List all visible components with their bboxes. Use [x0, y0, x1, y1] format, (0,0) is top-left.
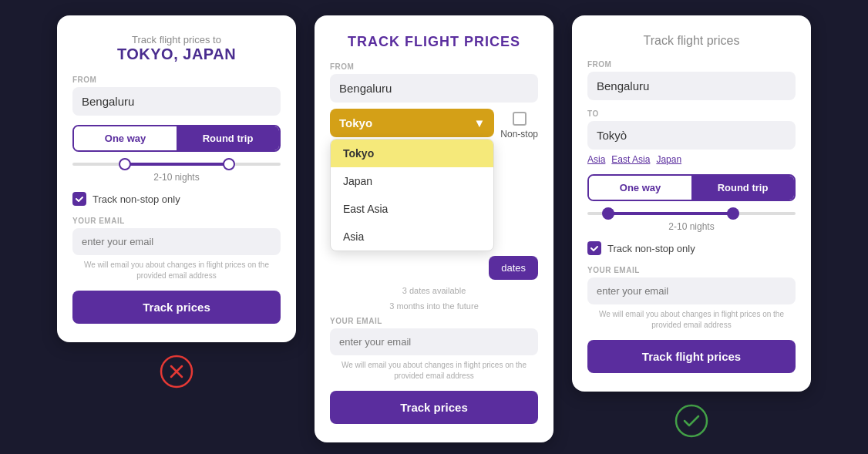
card1-slider-fill — [125, 163, 229, 166]
card3-suggestion-asia[interactable]: Asia — [587, 154, 605, 165]
card2-email-section: YOUR EMAIL We will email you about chang… — [330, 317, 538, 382]
card1-checkbox-label: Track non-stop only — [93, 193, 180, 205]
card1-from-field[interactable]: Bengaluru — [72, 87, 281, 116]
card2-available-note: 3 dates available — [330, 286, 538, 295]
card1-status-wrong — [160, 355, 193, 388]
card2-wrapper: TRACK FLIGHT PRICES FROM Bengaluru Tokyo… — [315, 15, 553, 454]
card3-slider-label: 2-10 nights — [587, 221, 796, 232]
card3-title: Track flight prices — [587, 34, 796, 48]
card1-email-label: YOUR EMAIL — [72, 217, 281, 225]
card2-from-field[interactable]: Bengaluru — [330, 74, 538, 103]
card1-title: Track flight prices to TOKYO, JAPAN — [72, 34, 281, 63]
card3-one-way-btn[interactable]: One way — [589, 176, 691, 200]
card3-round-trip-btn[interactable]: Round trip — [691, 176, 794, 200]
card3-suggestion-japan[interactable]: Japan — [656, 154, 681, 165]
card3-from-field[interactable]: Bengaluru — [587, 72, 796, 100]
main-container: Track flight prices to TOKYO, JAPAN FROM… — [42, 0, 826, 454]
card3-from-label: FROM — [587, 60, 796, 69]
card2-email-label: YOUR EMAIL — [330, 317, 538, 325]
card3-checkbox-icon[interactable] — [587, 241, 601, 255]
card2-dropdown-arrow: ▼ — [473, 116, 485, 129]
card2-header: TRACK FLIGHT PRICES — [330, 34, 538, 50]
card1-slider-track[interactable] — [72, 163, 281, 166]
card2-nonstop-section: Non-stop — [500, 109, 538, 140]
card3-email-section: YOUR EMAIL We will email you about chang… — [587, 266, 796, 331]
card1-one-way-btn[interactable]: One way — [74, 126, 177, 150]
card1-email-input[interactable] — [72, 228, 281, 255]
card3-checkbox-label: Track non-stop only — [607, 243, 695, 254]
card1-subtitle: Track flight prices to — [72, 34, 281, 45]
card2-email-input[interactable] — [330, 328, 538, 355]
card2-nonstop-label: Non-stop — [500, 129, 538, 140]
card2-dropdown-trigger[interactable]: Tokyo ▼ — [330, 109, 494, 137]
card1-from-label: FROM — [72, 76, 281, 84]
card2-months-note: 3 months into the future — [330, 301, 538, 311]
card3-wrapper: Track flight prices FROM Bengaluru TO To… — [572, 15, 811, 438]
card3-email-note: We will email you about changes in fligh… — [587, 309, 796, 331]
card3-email-input[interactable] — [587, 277, 796, 304]
card1-main-title: TOKYO, JAPAN — [72, 45, 281, 63]
card1: Track flight prices to TOKYO, JAPAN FROM… — [57, 15, 296, 342]
card3: Track flight prices FROM Bengaluru TO To… — [572, 15, 811, 392]
card3-slider-thumb-right[interactable] — [727, 207, 739, 220]
card2-dates-row: dates — [330, 256, 538, 280]
card1-checkbox-row: Track non-stop only — [72, 192, 281, 206]
card3-slider-fill — [608, 212, 733, 215]
card1-round-trip-btn[interactable]: Round trip — [177, 126, 279, 150]
card1-checkbox-icon[interactable] — [72, 192, 86, 206]
card2: TRACK FLIGHT PRICES FROM Bengaluru Tokyo… — [315, 15, 553, 442]
card3-checkbox-row: Track non-stop only — [587, 241, 796, 255]
card1-trip-toggle: One way Round trip — [72, 125, 281, 152]
card2-dropdown-item-tokyo[interactable]: Tokyo — [331, 140, 493, 167]
card1-email-section: YOUR EMAIL We will email you about chang… — [72, 217, 281, 281]
card2-dropdown-value: Tokyo — [339, 116, 372, 129]
card3-suggestions: Asia East Asia Japan — [587, 154, 796, 165]
card2-dropdown-menu: Tokyo Japan East Asia Asia — [330, 139, 494, 251]
card3-slider-track[interactable] — [587, 212, 796, 215]
card2-dates-btn[interactable]: dates — [489, 256, 538, 280]
card1-slider-thumb-left[interactable] — [119, 158, 131, 170]
card3-status-correct — [675, 404, 708, 438]
card2-dropdown-item-eastasia[interactable]: East Asia — [331, 195, 493, 223]
card1-slider-label: 2-10 nights — [72, 172, 281, 183]
card2-email-note: We will email you about changes in fligh… — [330, 360, 538, 382]
card3-to-label: TO — [587, 109, 796, 118]
card2-dropdown-section: Tokyo ▼ Tokyo Japan East Asia Asia — [330, 109, 494, 251]
svg-point-2 — [676, 405, 707, 436]
card3-slider: 2-10 nights — [587, 212, 796, 232]
card2-track-btn[interactable]: Track prices — [330, 391, 538, 424]
card3-suggestion-east-asia[interactable]: East Asia — [611, 154, 650, 165]
card3-to-field[interactable]: Tokyò — [587, 121, 796, 150]
card2-dropdown-item-japan[interactable]: Japan — [331, 167, 493, 195]
card2-from-label: FROM — [330, 62, 538, 71]
card3-email-label: YOUR EMAIL — [587, 266, 796, 274]
card1-slider-thumb-right[interactable] — [223, 158, 235, 170]
card2-nonstop-checkbox[interactable] — [513, 112, 527, 126]
card1-email-note: We will email you about changes in fligh… — [72, 260, 281, 281]
card2-title: TRACK FLIGHT PRICES — [330, 34, 538, 50]
card3-track-btn[interactable]: Track flight prices — [587, 340, 796, 373]
card1-slider: 2-10 nights — [72, 163, 281, 183]
card1-track-btn[interactable]: Track prices — [72, 291, 281, 324]
card2-dropdown-item-asia[interactable]: Asia — [331, 223, 493, 251]
card1-wrapper: Track flight prices to TOKYO, JAPAN FROM… — [57, 15, 296, 388]
card3-trip-toggle: One way Round trip — [587, 174, 796, 201]
card3-slider-thumb-left[interactable] — [602, 207, 614, 220]
